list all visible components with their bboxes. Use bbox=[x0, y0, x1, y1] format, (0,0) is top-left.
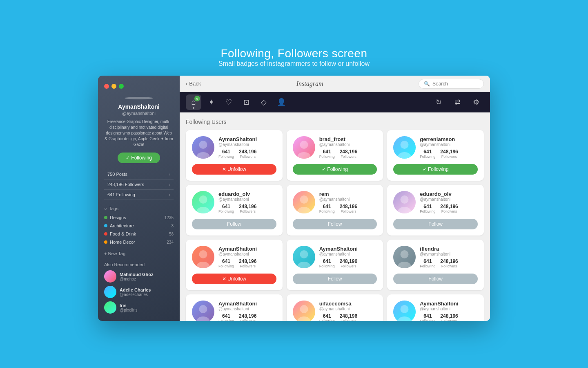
tag-food-label: Food & Drink bbox=[110, 231, 136, 236]
svg-point-13 bbox=[199, 195, 207, 204]
action-button-2[interactable]: ✓ Following bbox=[393, 164, 478, 175]
stat-following-label: Following bbox=[319, 264, 335, 268]
action-button-8[interactable]: Follow bbox=[393, 274, 478, 284]
user-card: eduardo_olv @aymanshaltoni 641 Following… bbox=[186, 185, 283, 236]
chevron-icon: › bbox=[169, 172, 170, 177]
nav-settings[interactable]: ⚙ bbox=[468, 94, 484, 110]
close-dot[interactable] bbox=[104, 84, 109, 89]
user-handle-3: @aymanshaltoni bbox=[218, 197, 276, 202]
nav-heart[interactable]: ♡ bbox=[221, 94, 236, 110]
stat-followers-label: Followers bbox=[340, 319, 357, 321]
user-avatar-0 bbox=[192, 136, 214, 159]
user-card-header: uifacecomsa @aymanshaltoni 641 Following… bbox=[293, 301, 377, 321]
tag-designs[interactable]: Designs 1235 bbox=[104, 213, 174, 222]
nav-tag[interactable]: ◇ bbox=[256, 94, 272, 110]
user-handle-6: @aymanshaltoni bbox=[218, 252, 276, 256]
user-card-header: AymanShaltoni @aymanshaltoni 641 Followi… bbox=[192, 301, 276, 321]
stat-following-col: 641 Following bbox=[319, 313, 335, 321]
stat-following[interactable]: 641 Following › bbox=[104, 190, 174, 200]
back-button[interactable]: ‹ Back bbox=[186, 81, 201, 87]
action-button-1[interactable]: ✓ Following bbox=[293, 164, 377, 175]
tag-homedecor[interactable]: Home Decor 234 bbox=[104, 238, 174, 246]
stat-following-label: 641 Following bbox=[107, 192, 135, 197]
svg-point-31 bbox=[199, 305, 207, 313]
user-card-header: iflendra @aymanshaltoni 641 Following 24… bbox=[393, 246, 478, 268]
tag-food[interactable]: Food & Drink 58 bbox=[104, 230, 174, 238]
stat-followers-num: 248,196 bbox=[239, 204, 256, 209]
tag-dot-homedecor bbox=[104, 240, 107, 244]
users-grid: AymanShaltoni @aymanshaltoni 641 Followi… bbox=[186, 130, 484, 321]
svg-point-34 bbox=[300, 305, 308, 313]
stat-following-label: Following bbox=[319, 319, 335, 321]
action-button-0[interactable]: ✕ Unfollow bbox=[192, 164, 276, 175]
search-input[interactable] bbox=[432, 81, 479, 87]
user-card: AymanShaltoni @aymanshaltoni 641 Followi… bbox=[186, 130, 283, 181]
stat-followers[interactable]: 248,196 Followers › bbox=[104, 180, 174, 190]
back-chevron-icon: ‹ bbox=[186, 81, 187, 87]
stat-followers-col: 248,196 Followers bbox=[340, 204, 357, 213]
stat-posts[interactable]: 750 Posts › bbox=[104, 169, 174, 180]
stat-following-col: 641 Following bbox=[218, 149, 234, 159]
user-stats-1: 641 Following 248,196 Followers bbox=[319, 149, 377, 159]
user-info-3: eduardo_olv @aymanshaltoni 641 Following… bbox=[218, 191, 276, 213]
rec-user-3[interactable]: Iris @pixeliris bbox=[104, 301, 174, 314]
user-card-header: eduardo_olv @aymanshaltoni 641 Following… bbox=[192, 191, 276, 213]
user-card: AymanShaltoni @aymanshaltoni 641 Followi… bbox=[287, 240, 383, 290]
user-info-11: AymanShaltoni @aymanshaltoni 641 Followi… bbox=[420, 301, 478, 321]
stat-followers-num: 248,196 bbox=[239, 313, 256, 319]
action-button-5[interactable]: Follow bbox=[393, 219, 478, 229]
stat-following-col: 641 Following bbox=[420, 258, 435, 268]
stat-followers-label: Followers bbox=[440, 264, 458, 268]
stat-followers-num: 248,196 bbox=[440, 258, 458, 264]
user-avatar-7 bbox=[293, 246, 315, 268]
stat-following-label: Following bbox=[420, 155, 435, 159]
action-button-4[interactable]: Follow bbox=[293, 219, 377, 229]
page-subtitle: Small badges of instagrammers to follow … bbox=[218, 60, 370, 67]
rec-avatar-2 bbox=[104, 286, 116, 298]
stat-following-label: Following bbox=[319, 155, 335, 159]
rec-user-1[interactable]: Mahmoud Ghoz @mghoz bbox=[104, 270, 174, 283]
user-card: AymanShaltoni @aymanshaltoni 641 Followi… bbox=[186, 294, 283, 321]
nav-compass[interactable]: ✦ bbox=[203, 94, 219, 110]
nav-profile[interactable]: 👤 bbox=[274, 94, 289, 110]
action-button-6[interactable]: ✕ Unfollow bbox=[192, 274, 276, 284]
user-avatar-8 bbox=[393, 246, 416, 268]
user-avatar-6 bbox=[192, 246, 214, 268]
stat-followers-num: 248,196 bbox=[340, 258, 357, 264]
action-button-7[interactable]: Follow bbox=[293, 274, 377, 284]
stat-followers-label: Followers bbox=[239, 209, 256, 213]
user-info-9: AymanShaltoni @aymanshaltoni 641 Followi… bbox=[218, 301, 276, 321]
tags-section: ○ Tags Designs 1235 Architecture 3 bbox=[104, 206, 174, 246]
page-header: Following, Followers screen Small badges… bbox=[218, 47, 370, 67]
stat-followers-num: 248,196 bbox=[239, 258, 256, 264]
following-button[interactable]: ✓ Following bbox=[118, 153, 160, 163]
rec-avatar-1 bbox=[104, 270, 116, 283]
user-name-5: eduardo_olv bbox=[420, 191, 478, 197]
minimize-dot[interactable] bbox=[111, 84, 116, 89]
tag-architecture-label: Architecture bbox=[110, 223, 134, 228]
rec-user-2[interactable]: Adelle Charles @adellecharles bbox=[104, 286, 174, 298]
person-icon: 👤 bbox=[277, 98, 286, 107]
user-avatar-4 bbox=[293, 191, 315, 213]
tag-architecture[interactable]: Architecture 3 bbox=[104, 222, 174, 230]
nav-inbox[interactable]: ⊡ bbox=[238, 94, 254, 110]
stat-following-label: Following bbox=[420, 209, 435, 213]
nav-sync[interactable]: ⇄ bbox=[450, 94, 465, 110]
action-button-3[interactable]: Follow bbox=[192, 219, 276, 229]
stat-following-num: 641 bbox=[319, 258, 335, 264]
tags-label: Tags bbox=[109, 206, 118, 211]
nav-icons-right: ↻ ⇄ ⚙ bbox=[431, 94, 484, 110]
nav-refresh[interactable]: ↻ bbox=[431, 94, 446, 110]
user-stats-5: 641 Following 248,196 Followers bbox=[420, 204, 478, 213]
user-info-1: brad_frost @aymanshaltoni 641 Following … bbox=[319, 136, 377, 159]
gear-icon: ⚙ bbox=[473, 98, 479, 107]
stat-followers-label: Followers bbox=[340, 155, 357, 159]
maximize-dot[interactable] bbox=[119, 84, 124, 89]
page-title: Following, Followers screen bbox=[218, 47, 370, 60]
stats-list: 750 Posts › 248,196 Followers › 641 Foll… bbox=[104, 169, 174, 200]
nav-home[interactable]: ⌂ 6 bbox=[186, 94, 201, 110]
stat-following-label: Following bbox=[420, 319, 435, 321]
user-stats-0: 641 Following 248,196 Followers bbox=[218, 149, 276, 159]
stat-followers-col: 248,196 Followers bbox=[340, 149, 357, 159]
new-tag-button[interactable]: + New Tag bbox=[104, 251, 125, 256]
